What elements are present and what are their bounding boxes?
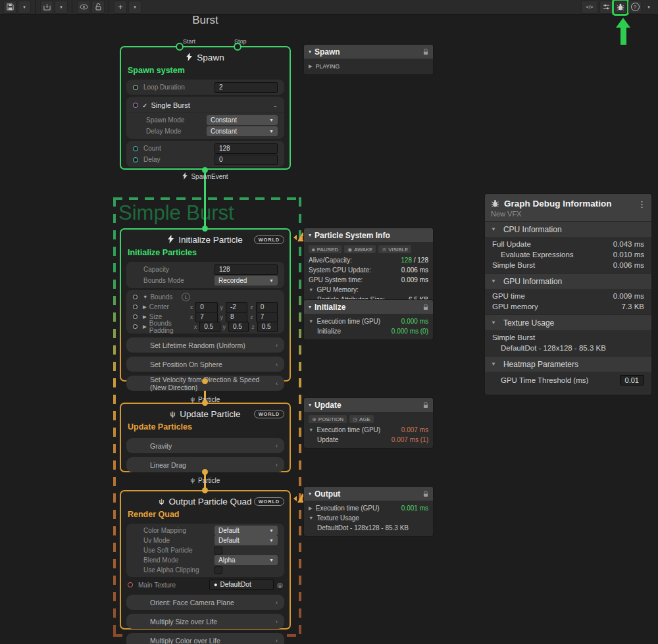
cpu-information-header[interactable]: ▼ CPU Information — [485, 221, 651, 237]
foldout-closed-icon[interactable]: ▶ — [143, 324, 147, 330]
size-x-input[interactable]: 7 — [195, 312, 217, 322]
settings-sliders-button[interactable] — [599, 1, 613, 14]
collapse-chevron-icon[interactable]: ▾ — [309, 402, 311, 408]
block-collapse-icon[interactable]: ‹ — [276, 637, 278, 644]
foldout-closed-icon[interactable]: ▶ — [143, 304, 147, 310]
color-mapping-dropdown[interactable]: Default▼ — [215, 526, 278, 535]
foldout-open-icon[interactable]: ▼ — [309, 515, 313, 521]
update-context-node[interactable]: ψ Update Particle WORLD Update Particles… — [120, 403, 291, 472]
update-input-port[interactable] — [202, 400, 208, 406]
foldout-closed-icon[interactable]: ▶ — [143, 314, 147, 320]
initialize-output-port[interactable] — [202, 378, 208, 384]
single-burst-checkbox[interactable]: ✓ — [142, 102, 147, 109]
block-collapse-icon[interactable]: ‹ — [276, 462, 278, 468]
add-dropdown-button[interactable]: ▾ — [128, 1, 141, 14]
toolbar-more-button[interactable]: ▾ — [643, 1, 655, 13]
lock-icon[interactable] — [423, 491, 428, 497]
block-gravity[interactable]: Gravity‹ — [126, 438, 284, 453]
spawn-context-node[interactable]: Spawn Spawn system Loop Duration 2 ✓ Sin… — [120, 46, 291, 170]
foldout-open-icon[interactable]: ▼ — [143, 294, 147, 300]
count-input[interactable]: 128 — [215, 143, 278, 154]
blend-mode-dropdown[interactable]: Alpha▼ — [215, 555, 278, 565]
center-y-input[interactable]: -2 — [226, 302, 247, 312]
lock-icon[interactable] — [423, 49, 428, 55]
center-port[interactable] — [133, 305, 138, 309]
foldout-open-icon[interactable]: ▼ — [309, 318, 313, 324]
start-port[interactable] — [176, 43, 184, 51]
size-y-input[interactable]: 8 — [226, 312, 247, 322]
link-toggle-button[interactable] — [77, 1, 90, 14]
collapse-chevron-icon[interactable]: ▾ — [309, 304, 311, 310]
block-collapse-icon[interactable]: ‹ — [276, 342, 278, 349]
save-button[interactable] — [3, 1, 16, 14]
delay-input[interactable]: 0 — [215, 155, 278, 165]
update-output-port[interactable] — [202, 469, 208, 475]
collapse-chevron-icon[interactable]: ▾ — [309, 491, 311, 497]
collapse-chevron-icon[interactable]: ▾ — [309, 232, 311, 238]
block-collapse-icon[interactable]: ‹ — [276, 599, 278, 606]
loop-duration-input[interactable]: 2 — [215, 82, 278, 93]
foldout-open-icon[interactable]: ▼ — [309, 287, 313, 293]
debug-bug-button[interactable] — [614, 1, 627, 14]
capacity-input[interactable]: 128 — [215, 264, 278, 275]
block-collapse-icon[interactable]: ‹ — [276, 361, 278, 368]
world-space-badge[interactable]: WORLD — [254, 235, 284, 244]
foldout-closed-icon[interactable]: ▶ — [309, 505, 313, 511]
world-space-badge[interactable]: WORLD — [254, 497, 284, 506]
lock-icon[interactable] — [423, 402, 428, 409]
lock-icon[interactable] — [423, 304, 428, 310]
block-multiply-size[interactable]: Multiply Size over Life‹ — [126, 614, 284, 629]
soft-particle-checkbox[interactable] — [215, 547, 222, 555]
stop-port[interactable] — [234, 43, 241, 51]
bounds-port[interactable] — [133, 295, 138, 299]
block-collapse-icon[interactable]: ‹ — [276, 443, 278, 449]
initialize-context-node[interactable]: Initialize Particle WORLD Initialize Par… — [120, 228, 291, 382]
output-input-port[interactable] — [202, 487, 208, 493]
bounds-padding-port[interactable] — [133, 324, 138, 329]
block-multiply-color[interactable]: Multiply Color over Life‹ — [126, 633, 284, 644]
group-label[interactable]: Simple Burst — [118, 201, 234, 225]
uv-mode-dropdown[interactable]: Default▼ — [215, 535, 278, 545]
output-context-node[interactable]: ψ Output Particle Quad WORLD Render Quad… — [120, 490, 291, 630]
padding-x-input[interactable]: 0.5 — [199, 322, 220, 332]
heatmap-parameters-header[interactable]: ▼ Heatmap Parameters — [485, 356, 651, 372]
lock-toggle-button[interactable] — [91, 1, 105, 14]
export-dropdown-button[interactable]: ▾ — [55, 1, 68, 14]
single-burst-port[interactable] — [133, 103, 138, 108]
size-z-input[interactable]: 7 — [256, 312, 278, 322]
bounds-mode-dropdown[interactable]: Recorded▼ — [215, 276, 278, 285]
delay-port[interactable] — [133, 157, 138, 162]
delay-mode-dropdown[interactable]: Constant▼ — [207, 126, 278, 136]
world-space-badge[interactable]: WORLD — [254, 410, 284, 418]
center-z-input[interactable]: 0 — [256, 302, 278, 312]
block-collapse-icon[interactable]: ‹ — [276, 618, 278, 625]
compile-code-button[interactable]: </> — [581, 1, 598, 14]
block-collapse-icon[interactable]: ‹ — [276, 380, 278, 387]
initialize-input-port[interactable] — [202, 226, 208, 232]
size-port[interactable] — [133, 314, 138, 319]
object-picker-icon[interactable]: ◎ — [277, 582, 283, 589]
texture-usage-header[interactable]: ▼ Texture Usage — [485, 314, 651, 330]
center-x-input[interactable]: 0 — [195, 302, 217, 312]
block-set-position[interactable]: Set Position On Sphere‹ — [126, 357, 284, 372]
spawn-output-port[interactable] — [202, 167, 208, 173]
count-port[interactable] — [133, 146, 138, 151]
main-texture-port[interactable] — [128, 582, 133, 587]
spawn-mode-dropdown[interactable]: Constant▼ — [207, 115, 278, 125]
padding-z-input[interactable]: 0.5 — [257, 322, 278, 332]
gpu-threshold-input[interactable]: 0.01 — [620, 375, 644, 385]
block-set-lifetime[interactable]: Set Lifetime Random (Uniform)‹ — [126, 337, 284, 353]
alpha-clipping-checkbox[interactable] — [215, 566, 222, 574]
help-button[interactable]: ? — [628, 1, 642, 14]
gpu-information-header[interactable]: ▼ GPU Information — [485, 273, 651, 289]
kebab-menu-icon[interactable]: ⋮ — [638, 199, 646, 209]
block-orient[interactable]: Orient: Face Camera Plane‹ — [126, 595, 284, 610]
main-texture-field[interactable]: ● DefaultDot — [209, 580, 274, 590]
collapse-chevron-icon[interactable]: ▾ — [309, 49, 311, 55]
add-button[interactable]: + — [114, 1, 127, 14]
loop-duration-port[interactable] — [133, 85, 138, 90]
link-space-icon[interactable]: L — [182, 293, 190, 301]
save-dropdown-button[interactable]: ▾ — [18, 1, 31, 14]
foldout-open-icon[interactable]: ▼ — [309, 427, 313, 433]
padding-y-input[interactable]: 0.5 — [228, 322, 249, 332]
